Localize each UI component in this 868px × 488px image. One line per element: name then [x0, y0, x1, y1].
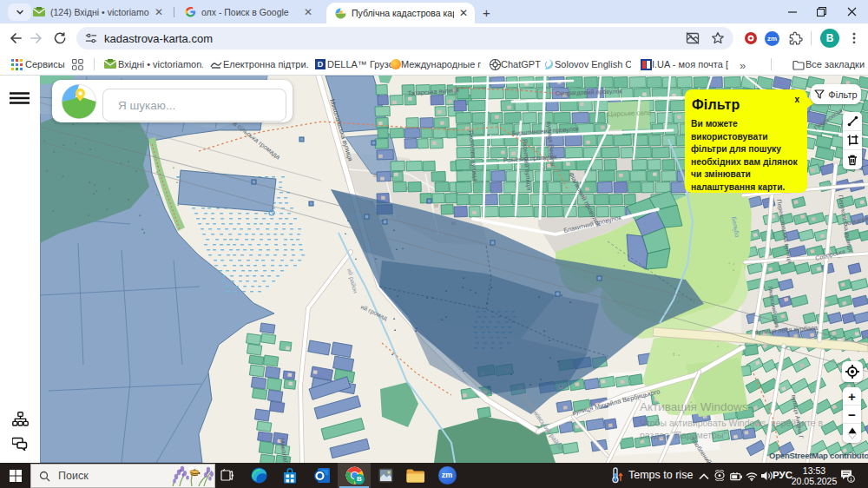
svg-text:Царське село: Царське село — [608, 109, 653, 118]
